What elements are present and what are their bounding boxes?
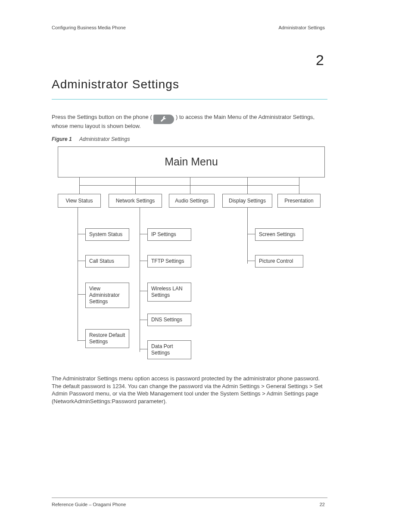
connector [78, 208, 78, 341]
connector [140, 234, 147, 234]
divider-bottom [52, 498, 327, 498]
connector [299, 177, 299, 185]
intro-prefix: Press the Settings button on the phone ( [52, 114, 152, 120]
cat-view-status: View Status [58, 194, 101, 208]
connector [299, 185, 299, 194]
sub-tftp-settings: TFTP Settings [147, 255, 191, 268]
connector [247, 185, 248, 194]
connector [140, 291, 147, 291]
sub-system-status: System Status [85, 228, 129, 241]
footnote: The Administrator Settings menu option a… [52, 375, 327, 405]
connector [78, 234, 85, 234]
sub-dns-settings: DNS Settings [147, 314, 191, 326]
footer-page-number: 22 [320, 502, 325, 507]
divider-top [52, 99, 327, 100]
header-right: Administrator Settings [278, 25, 325, 30]
connector [79, 185, 299, 186]
connector [140, 261, 147, 261]
sub-call-status: Call Status [85, 255, 129, 268]
sub-dataport-settings: Data Port Settings [147, 340, 191, 359]
sub-ip-settings: IP Settings [147, 228, 191, 241]
connector [190, 177, 190, 185]
cat-presentation: Presentation [277, 194, 321, 208]
connector [247, 261, 255, 261]
connector [247, 208, 248, 264]
connector [79, 185, 80, 194]
figure-caption: Figure 1 Administrator Settings [52, 136, 130, 142]
figure-label: Figure 1 [52, 136, 72, 142]
connector [140, 208, 140, 352]
chapter-title: Administrator Settings [52, 78, 179, 91]
connector [140, 320, 147, 320]
connector [247, 177, 248, 185]
connector [78, 261, 85, 261]
footer-left: Reference Guide – Oragami Phone [52, 502, 126, 507]
connector [78, 340, 85, 341]
sub-wlan-settings: Wireless LAN Settings [147, 283, 191, 302]
figure-title: Administrator Settings [79, 136, 130, 142]
chapter-number: 2 [316, 52, 325, 68]
connector [140, 349, 147, 349]
sub-view-admin-settings: View Administrator Settings [85, 283, 129, 308]
sub-restore-default: Restore Default Settings [85, 329, 129, 348]
wrench-icon [153, 115, 174, 124]
connector [79, 177, 80, 185]
connector [190, 185, 190, 194]
main-menu-box: Main Menu [58, 146, 325, 177]
sub-screen-settings: Screen Settings [255, 228, 303, 241]
connector [247, 234, 255, 234]
connector [135, 177, 136, 185]
cat-audio-settings: Audio Settings [169, 194, 215, 208]
header-left: Configuring Business Media Phone [52, 25, 126, 30]
sub-picture-control: Picture Control [255, 255, 303, 268]
connector [78, 294, 85, 295]
cat-network-settings: Network Settings [109, 194, 162, 208]
connector [135, 185, 136, 194]
intro-text: Press the Settings button on the phone (… [52, 113, 327, 130]
menu-diagram: Main Menu View Status Network Settings A… [58, 146, 325, 366]
cat-display-settings: Display Settings [222, 194, 272, 208]
